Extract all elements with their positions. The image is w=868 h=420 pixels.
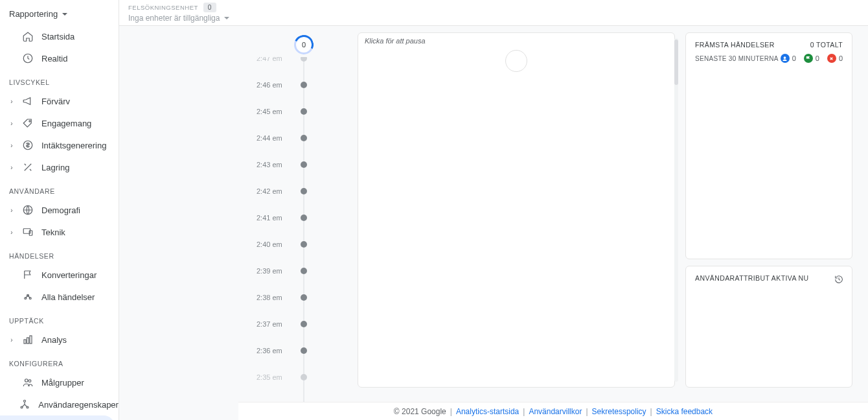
analytics-icon — [22, 291, 34, 303]
sidebar-item-retention[interactable]: › Lagring — [0, 156, 119, 178]
timeline-time: 2:44 em — [257, 134, 282, 142]
timeline-time: 2:47 em — [257, 57, 282, 62]
sidebar-item-label: Intäktsgenerering — [41, 141, 106, 150]
sidebar-item-acquisition[interactable]: › Förvärv — [0, 90, 119, 112]
footer-copyright: © 2021 Google — [394, 407, 446, 416]
user-attributes-card: ANVÄNDARATTRIBUT AKTIVA NU — [685, 266, 852, 388]
timeline-dot-icon — [301, 161, 307, 168]
sidebar-item-demographics[interactable]: › Demografi — [0, 199, 119, 221]
sidebar-item-label: Alla händelser — [41, 292, 95, 302]
timeline-time: 2:46 em — [257, 81, 282, 89]
sidebar-item-label: Analys — [41, 335, 67, 345]
sidebar-item-home[interactable]: › Startsida — [0, 25, 119, 47]
timeline-dot-icon — [301, 57, 307, 62]
chevron-down-icon — [62, 11, 68, 18]
timeline-dot-icon — [301, 135, 307, 141]
timeline-time: 2:40 em — [257, 240, 282, 248]
devices-icon — [22, 226, 34, 238]
section-user: ANVÄNDARE — [0, 178, 119, 199]
user-attributes-title: ANVÄNDARATTRIBUT AKTIVA NU — [695, 274, 809, 282]
right-column: FRÄMSTA HÄNDELSER 0 TOTALT SENASTE 30 MI… — [685, 32, 852, 388]
debug-device-bar: FELSÖKNINGSENHET 0 Inga enheter är tillg… — [119, 0, 868, 26]
globe-icon — [22, 204, 34, 216]
sidebar-item-label: Startsida — [41, 32, 74, 41]
footer-link-privacy[interactable]: Sekretesspolicy — [592, 407, 646, 416]
sidebar-item-label: Konverteringar — [41, 270, 97, 280]
top-events-stats: 0 0 0 — [781, 54, 843, 63]
timeline-dot-icon — [301, 347, 307, 354]
chevron-down-icon — [223, 15, 230, 21]
seconds-donut-value: 0 — [302, 41, 306, 49]
sidebar-item-analysis[interactable]: › Analys — [0, 329, 119, 351]
footer-link-feedback[interactable]: Skicka feedback — [656, 407, 713, 416]
user-event-icon — [781, 54, 790, 63]
svg-point-1 — [29, 121, 30, 122]
sidebar-item-audiences[interactable]: › Målgrupper — [0, 371, 119, 393]
timeline-dot-icon — [301, 215, 307, 221]
sidebar-item-all-events[interactable]: › Alla händelser — [0, 286, 119, 308]
debug-device-dropdown[interactable]: Inga enheter är tillgängliga — [128, 14, 230, 23]
svg-point-14 — [24, 400, 26, 402]
chart-icon — [22, 334, 34, 345]
timeline-dot-icon — [301, 241, 307, 248]
stat-blue-value: 0 — [792, 54, 796, 62]
top-events-card: FRÄMSTA HÄNDELSER 0 TOTALT SENASTE 30 MI… — [685, 32, 852, 259]
timeline-time: 2:41 em — [257, 214, 282, 222]
timeline-time: 2:37 em — [257, 320, 282, 328]
timeline-dot-icon — [301, 188, 307, 194]
timeline-dot-icon — [301, 321, 307, 327]
sidebar-item-monetization[interactable]: › Intäktsgenerering — [0, 134, 119, 156]
svg-point-19 — [784, 56, 786, 59]
sidebar-item-debugview[interactable]: › DebugView — [0, 415, 115, 420]
sidebar: Rapportering › Startsida › Realtid LIVSC… — [0, 0, 119, 420]
timeline-time: 2:43 em — [257, 161, 282, 169]
timeline-time: 2:45 em — [257, 108, 282, 115]
footer-link-home[interactable]: Analytics-startsida — [456, 407, 519, 416]
flag-event-icon — [804, 54, 813, 63]
megaphone-icon — [22, 95, 34, 107]
top-events-title: FRÄMSTA HÄNDELSER — [695, 41, 775, 49]
sidebar-item-label: Lagring — [41, 163, 69, 172]
svg-point-13 — [29, 380, 31, 382]
error-event-icon — [827, 54, 836, 63]
footer-link-terms[interactable]: Användarvillkor — [529, 407, 582, 416]
history-icon[interactable] — [834, 274, 844, 286]
sidebar-item-label: Realtid — [41, 54, 67, 64]
sidebar-item-label: Användaregenskaper — [38, 400, 119, 410]
home-icon — [22, 30, 34, 42]
timeline: 2:47 em2:46 em2:45 em2:44 em2:43 em2:42 … — [127, 57, 347, 420]
svg-point-12 — [25, 379, 29, 382]
seconds-donut: 0 — [294, 35, 314, 54]
people-icon — [22, 377, 34, 388]
timeline-time: 2:35 em — [257, 373, 282, 381]
svg-rect-5 — [29, 231, 32, 236]
clock-icon — [22, 52, 34, 64]
sidebar-item-label: Förvärv — [41, 97, 70, 106]
sidebar-item-engagement[interactable]: › Engagemang — [0, 112, 119, 134]
sidebar-item-conversions[interactable]: › Konverteringar — [0, 264, 119, 286]
svg-rect-11 — [30, 336, 32, 344]
debug-device-label: FELSÖKNINGSENHET — [128, 4, 198, 11]
sidebar-item-label: Målgrupper — [41, 378, 84, 388]
debug-device-count-badge: 0 — [203, 3, 216, 12]
reporting-dropdown[interactable]: Rapportering — [0, 5, 119, 25]
events-hint: Klicka för att pausa — [358, 33, 674, 49]
events-panel[interactable]: Klicka för att pausa — [358, 32, 675, 388]
sidebar-item-realtime[interactable]: › Realtid — [0, 47, 119, 69]
timeline-time: 2:38 em — [257, 294, 282, 301]
timeline-time: 2:39 em — [257, 267, 282, 275]
dollar-icon — [22, 139, 34, 151]
tag-icon — [22, 117, 34, 129]
sidebar-item-tech[interactable]: › Teknik — [0, 221, 119, 243]
debug-device-dropdown-label: Inga enheter är tillgängliga — [128, 14, 220, 23]
events-scrollbar[interactable] — [674, 38, 678, 382]
timeline-dot-icon — [301, 82, 307, 88]
timeline-column: 0 2:47 em2:46 em2:45 em2:44 em2:43 em2:4… — [127, 32, 347, 420]
timeline-dot-icon — [301, 374, 307, 380]
sidebar-item-user-properties[interactable]: › Användaregenskaper — [0, 393, 119, 415]
section-events: HÄNDELSER — [0, 243, 119, 264]
sidebar-item-label: Engagemang — [41, 119, 91, 128]
section-configure: KONFIGURERA — [0, 351, 119, 371]
timeline-time: 2:42 em — [257, 187, 282, 195]
top-events-total: 0 TOTALT — [810, 41, 843, 49]
